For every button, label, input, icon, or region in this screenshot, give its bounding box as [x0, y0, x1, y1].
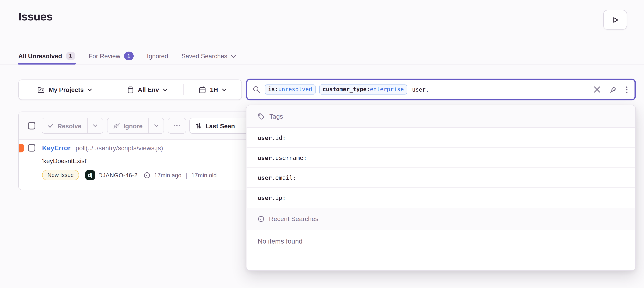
ignore-button[interactable]: Ignore: [107, 118, 148, 133]
item-matched-text: user.: [258, 154, 275, 161]
item-rest-text: email:: [275, 174, 296, 181]
token-separator: :: [366, 86, 370, 93]
resolve-label: Resolve: [58, 122, 82, 129]
tabs-divider: [0, 64, 644, 65]
time-ago: 17min ago: [154, 172, 182, 178]
resolve-button[interactable]: Resolve: [42, 118, 87, 133]
tab-label: For Review: [89, 52, 120, 59]
dropdown-item-user-id[interactable]: user.id:: [246, 128, 635, 148]
sort-label: Last Seen: [205, 122, 235, 129]
tab-label: All Unresolved: [18, 52, 62, 59]
dropdown-section-header-tags: Tags: [246, 106, 635, 128]
dropdown-item-user-username[interactable]: user.username:: [246, 148, 635, 168]
environment-filter-button[interactable]: All Env: [111, 80, 183, 99]
clock-icon: [144, 172, 150, 178]
kebab-menu-icon: [626, 86, 628, 93]
tab-label: Ignored: [147, 52, 168, 59]
django-platform-icon: dj: [85, 170, 95, 180]
dropdown-item-user-ip[interactable]: user.ip:: [246, 188, 635, 208]
item-matched-text: user.: [258, 134, 275, 141]
search-autocomplete-dropdown: Tags user.id: user.username: user.email:…: [246, 105, 636, 270]
search-token-customer-type[interactable]: customer_type:enterprise: [319, 84, 407, 94]
tag-icon: [258, 113, 265, 120]
issue-timestamps: 17min ago | 17min old: [144, 172, 217, 178]
tab-saved-searches[interactable]: Saved Searches: [182, 52, 236, 59]
select-all-checkbox[interactable]: [28, 122, 36, 130]
environment-filter-label: All Env: [138, 86, 159, 93]
issue-checkbox[interactable]: [28, 144, 36, 152]
project-info: dj DJANGO-46-2: [85, 170, 138, 180]
projects-filter-button[interactable]: My Projects: [19, 80, 111, 99]
page-title: Issues: [18, 10, 52, 23]
chevron-down-icon: [88, 88, 92, 92]
search-typed-text: user.: [412, 86, 429, 93]
dropdown-section-header-recent-searches: Recent Searches: [246, 208, 635, 230]
search-actions: [594, 86, 628, 93]
projects-folder-icon: [38, 86, 45, 94]
section-header-label: Recent Searches: [269, 215, 318, 223]
check-icon: [48, 123, 54, 128]
tab-label: Saved Searches: [182, 52, 227, 59]
ignore-dropdown-button[interactable]: [149, 118, 164, 133]
project-slug: DJANGO-46-2: [98, 172, 138, 178]
issue-age: 17min old: [191, 172, 217, 178]
ignore-label: Ignore: [124, 122, 142, 129]
item-matched-text: user.: [258, 174, 275, 181]
item-rest-text: id:: [275, 134, 286, 141]
search-menu-button[interactable]: [626, 86, 628, 93]
item-rest-text: ip:: [275, 194, 286, 201]
chevron-down-icon: [154, 124, 158, 128]
chevron-down-icon: [222, 88, 226, 92]
section-header-label: Tags: [269, 112, 283, 120]
window-icon: [127, 86, 134, 94]
item-rest-text: username:: [275, 154, 307, 161]
sort-button[interactable]: Last Seen: [190, 118, 252, 134]
sort-arrows-icon: [196, 122, 202, 129]
chevron-down-icon: [93, 124, 98, 128]
chevron-down-icon: [230, 54, 236, 58]
item-matched-text: user.: [258, 194, 275, 201]
token-separator: :: [275, 86, 278, 93]
pin-icon: [610, 86, 616, 93]
calendar-icon: [199, 86, 206, 94]
resolve-dropdown-button[interactable]: [88, 118, 102, 133]
search-input[interactable]: is:unresolved customer_type:enterprise u…: [246, 79, 636, 100]
clock-icon: [258, 216, 264, 222]
time-range-filter-button[interactable]: 1H: [184, 80, 242, 99]
tab-bar: All Unresolved 1 For Review 1 Ignored Sa…: [18, 51, 236, 61]
timestamp-separator: |: [186, 172, 187, 178]
replay-tour-button[interactable]: [603, 10, 627, 30]
dropdown-item-user-email[interactable]: user.email:: [246, 168, 635, 188]
pin-search-button[interactable]: [610, 86, 616, 93]
search-token-is-unresolved[interactable]: is:unresolved: [265, 84, 316, 94]
dropdown-empty-message: No items found: [246, 230, 635, 253]
token-value: enterprise: [370, 86, 404, 93]
clear-search-button[interactable]: [594, 86, 600, 93]
chevron-down-icon: [163, 88, 167, 92]
tab-all-unresolved[interactable]: All Unresolved 1: [18, 52, 75, 60]
tab-count-badge: 1: [124, 52, 134, 60]
issue-location: poll(../../sentry/scripts/views.js): [76, 144, 163, 152]
search-icon: [253, 86, 260, 93]
issues-page: Issues All Unresolved 1 For Review 1 Ign…: [0, 0, 644, 288]
play-icon: [611, 16, 620, 24]
filter-bar: My Projects All Env 1H: [18, 80, 242, 100]
token-value: unresolved: [278, 86, 312, 93]
resolve-split-button: Resolve: [42, 118, 103, 134]
token-key: is: [268, 86, 275, 93]
new-issue-badge: New Issue: [42, 170, 79, 180]
issue-level-indicator: [19, 144, 24, 152]
issue-title-link[interactable]: KeyError: [42, 144, 70, 152]
tab-count-badge: 1: [66, 52, 76, 60]
close-icon: [594, 86, 600, 93]
token-key: customer_type: [322, 86, 366, 93]
projects-filter-label: My Projects: [49, 86, 84, 93]
time-range-filter-label: 1H: [210, 86, 218, 93]
ellipsis-icon: [174, 125, 180, 126]
tab-ignored[interactable]: Ignored: [147, 52, 168, 59]
more-actions-button[interactable]: [168, 118, 186, 134]
mute-icon: [113, 122, 120, 129]
tab-for-review[interactable]: For Review 1: [89, 52, 134, 60]
ignore-split-button: Ignore: [107, 118, 164, 134]
